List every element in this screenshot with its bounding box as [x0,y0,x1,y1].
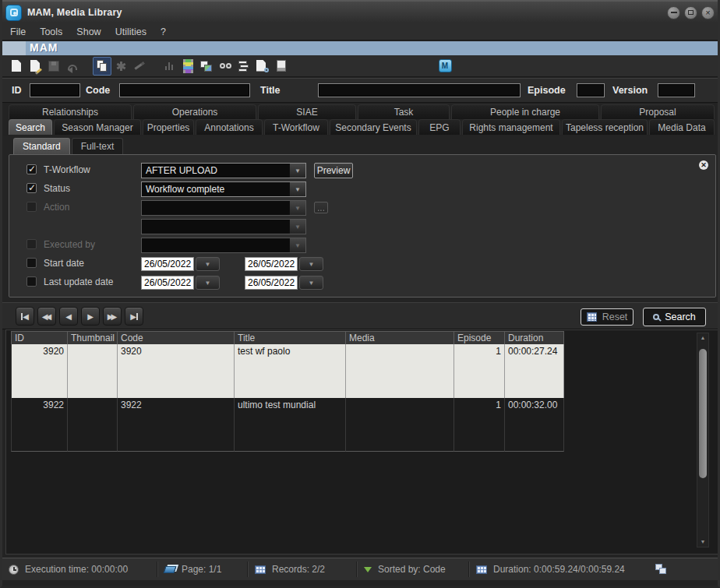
tab-operations[interactable]: Operations [133,104,256,119]
executed-by-dropdown[interactable]: ▼ [141,238,306,253]
reset-button[interactable]: Reset [581,308,634,326]
tab-task[interactable]: Task [358,104,450,119]
action-more-button[interactable]: ... [314,202,328,213]
tab-season-manager[interactable]: Season Manager [54,119,141,135]
column-header-thumbnail[interactable]: Thumbnail [68,331,118,344]
chevron-down-icon[interactable]: ▼ [289,201,305,215]
last-page-icon[interactable]: ▶ [125,307,143,326]
version-field[interactable] [658,83,695,97]
minimize-button[interactable] [667,6,680,19]
table-row[interactable]: 3920 3920 test wf paolo 1 00:00:27.24 [11,344,564,398]
menu-show[interactable]: Show [76,26,101,37]
scroll-up-icon[interactable]: ▲ [697,333,708,343]
undo-icon[interactable] [63,57,82,76]
page-text: Page: 1/1 [182,564,221,575]
chevron-down-icon[interactable]: ▼ [289,164,305,178]
main-toolbar: M [2,55,718,77]
maximize-button[interactable] [684,6,697,19]
fast-backward-icon[interactable]: ◀◀ [37,307,56,326]
title-bar[interactable]: MAM, Media Library × [0,0,720,23]
column-header-episode[interactable]: Episode [454,331,505,344]
brush-icon[interactable] [130,57,149,76]
table-row[interactable]: 3922 3922 ultimo test mundial 1 00:00:32… [11,398,564,452]
tab-secondary-events[interactable]: Secondary Events [330,119,417,135]
column-header-duration[interactable]: Duration [505,331,564,344]
copy-icon[interactable] [93,57,111,76]
menu-tools[interactable]: Tools [40,26,62,37]
title-field[interactable] [318,83,521,97]
chevron-down-icon[interactable]: ▼ [289,220,305,234]
column-header-media[interactable]: Media [346,331,454,344]
tab-epg[interactable]: EPG [418,119,461,135]
close-button[interactable]: × [701,6,715,19]
find-media-icon[interactable] [216,57,235,76]
chevron-down-icon[interactable]: ▼ [289,182,305,196]
tab-tapeless-reception[interactable]: Tapeless reception [562,119,648,135]
tab-siae[interactable]: SIAE [258,104,356,119]
tab-relationships[interactable]: Relationships [9,104,132,119]
action-dropdown[interactable]: ▼ [141,200,306,216]
scrollbar-thumb[interactable] [699,349,707,478]
tab-media-data[interactable]: Media Data [649,119,715,135]
status-dropdown[interactable]: Workflow complete ▼ [141,181,306,197]
action-checkbox[interactable] [26,202,37,212]
copy-image-icon[interactable] [197,57,216,76]
tab-people-in-charge[interactable]: People in charge [451,104,599,119]
scroll-down-icon[interactable]: ▼ [697,537,708,547]
menu-file[interactable]: File [10,26,26,37]
action-secondary-dropdown[interactable]: ▼ [141,219,306,234]
action-label: Action [44,202,69,213]
vertical-scrollbar[interactable]: ▲ ▼ [697,333,709,548]
fast-forward-icon[interactable]: ▶▶ [103,307,122,326]
next-icon[interactable]: ▶ [81,307,100,326]
chevron-down-icon[interactable]: ▼ [289,238,305,252]
code-field[interactable] [119,83,250,97]
tab-annotations[interactable]: Annotations [196,119,263,135]
filmstrip-icon[interactable] [178,57,197,76]
new-document-icon[interactable] [7,57,26,76]
start-date-from-dropdown[interactable]: ▼ [196,257,220,271]
version-label: Version [612,85,648,96]
start-date-checkbox[interactable] [26,258,37,268]
mam-window-icon[interactable]: M [436,57,454,76]
report-icon[interactable] [272,57,291,76]
start-date-to-field[interactable]: 26/05/2022 [245,257,298,271]
record-fields-row: ID Code Title Episode Version [2,78,718,103]
tab-rights-management[interactable]: Rights management [462,119,560,135]
menu-utilities[interactable]: Utilities [115,26,146,37]
column-header-title[interactable]: Title [235,331,346,344]
subtab-standard[interactable]: Standard [13,138,70,154]
start-date-to-dropdown[interactable]: ▼ [299,257,323,271]
tab-search[interactable]: Search [9,119,52,135]
duplicate-list-icon[interactable] [235,57,253,76]
edit-document-icon[interactable] [26,57,44,76]
column-header-id[interactable]: ID [11,331,68,344]
preview-document-icon[interactable] [253,57,272,76]
search-button[interactable]: Search [643,308,706,326]
cascade-windows-icon[interactable] [655,564,667,575]
preview-button[interactable]: Preview [314,163,353,178]
levels-icon[interactable] [160,57,178,76]
tab-proposal[interactable]: Proposal [601,104,715,119]
first-page-icon[interactable]: ◀ [16,307,34,326]
subtab-full-text[interactable]: Full-text [72,138,124,154]
last-update-to-field[interactable]: 26/05/2022 [245,276,298,290]
tab-properties[interactable]: Properties [143,119,194,135]
column-header-code[interactable]: Code [118,331,235,344]
status-checkbox[interactable] [26,183,37,193]
last-update-to-dropdown[interactable]: ▼ [299,276,323,290]
start-date-from-field[interactable]: 26/05/2022 [141,257,194,271]
t-workflow-checkbox[interactable] [26,164,37,174]
last-update-from-field[interactable]: 26/05/2022 [141,276,194,290]
id-field[interactable] [30,83,80,97]
menu-help[interactable]: ? [161,26,166,37]
tab-t-workflow[interactable]: T-Workflow [264,119,328,135]
previous-icon[interactable]: ◀ [59,307,78,326]
process-icon[interactable] [111,57,130,76]
last-update-from-dropdown[interactable]: ▼ [196,276,220,290]
t-workflow-dropdown[interactable]: AFTER UPLOAD ▼ [141,163,306,178]
last-update-date-checkbox[interactable] [26,276,37,287]
episode-field[interactable] [577,83,605,97]
save-icon[interactable] [44,57,63,76]
executed-by-checkbox[interactable] [26,239,37,249]
